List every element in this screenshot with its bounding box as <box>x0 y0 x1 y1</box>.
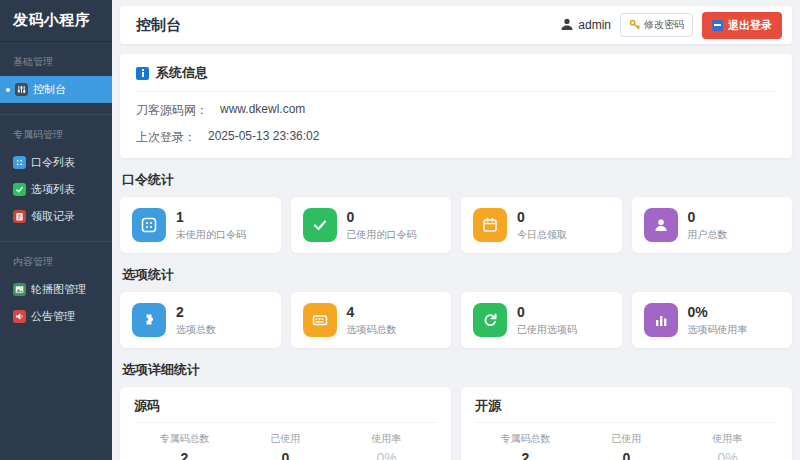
system-info-row: 上次登录： 2025-05-13 23:36:02 <box>136 129 776 146</box>
stat-value: 0 <box>688 209 728 225</box>
detail-stats-grid: 源码 专属码总数 2 已使用 0 使用率 0% 开源 <box>120 387 792 460</box>
logout-icon <box>712 20 723 31</box>
active-dot <box>6 88 10 92</box>
stat-card-usage-rate: 0% 选项码使用率 <box>632 292 793 348</box>
stat-label: 选项码总数 <box>347 323 397 337</box>
column-header: 已使用 <box>235 432 336 446</box>
stat-value: 4 <box>347 304 397 320</box>
last-login-value: 2025-05-13 23:36:02 <box>208 129 319 146</box>
logout-button[interactable]: 退出登录 <box>702 12 782 39</box>
detail-stats-title: 选项详细统计 <box>122 361 790 379</box>
column-value: 0 <box>576 450 677 460</box>
stat-card-today-claims: 0 今日总领取 <box>461 197 622 253</box>
topbar: 控制台 admin 修改密码 退出登录 <box>120 6 792 44</box>
detail-col-used: 已使用 0 <box>235 432 336 460</box>
refresh-icon <box>473 303 507 337</box>
stat-value: 0 <box>517 209 567 225</box>
sidebar-item-label: 轮播图管理 <box>31 282 86 297</box>
detail-card-source: 源码 专属码总数 2 已使用 0 使用率 0% <box>120 387 451 460</box>
bar-chart-icon <box>644 303 678 337</box>
sidebar-item-announcement[interactable]: 公告管理 <box>0 303 112 330</box>
column-value: 2 <box>134 450 235 460</box>
topbar-right: admin 修改密码 退出登录 <box>560 12 782 39</box>
detail-card-opensource: 开源 专属码总数 2 已使用 0 使用率 0% <box>461 387 792 460</box>
column-header: 已使用 <box>576 432 677 446</box>
sidebar-item-label: 口令列表 <box>31 155 75 170</box>
detail-col-total: 专属码总数 2 <box>134 432 235 460</box>
stat-label: 已使用选项码 <box>517 323 577 337</box>
detail-columns: 专属码总数 2 已使用 0 使用率 0% <box>134 432 437 460</box>
column-header: 使用率 <box>677 432 778 446</box>
sidebar-item-option-list[interactable]: 选项列表 <box>0 176 112 203</box>
main-content: 控制台 admin 修改密码 退出登录 系统信息 <box>112 0 800 460</box>
logout-label: 退出登录 <box>728 18 772 33</box>
sidebar: 发码小程序 基础管理 控制台 专属码管理 口令列表 选项列表 领取记录 内容管理… <box>0 0 112 460</box>
stat-card-used-option-codes: 0 已使用选项码 <box>461 292 622 348</box>
check-icon <box>303 208 337 242</box>
sidebar-section-codes: 专属码管理 <box>0 115 112 149</box>
password-stats-grid: 1 未使用的口令码 0 已使用的口令码 0 今日总领取 <box>120 197 792 253</box>
stat-value: 0% <box>688 304 748 320</box>
detail-col-total: 专属码总数 2 <box>475 432 576 460</box>
stat-card-total-option-codes: 4 选项码总数 <box>291 292 452 348</box>
detail-col-rate: 使用率 0% <box>336 432 437 460</box>
column-value: 0% <box>336 450 437 460</box>
site-label: 刀客源码网： <box>136 102 208 119</box>
column-header: 专属码总数 <box>134 432 235 446</box>
site-value: www.dkewl.com <box>220 102 305 119</box>
claim-record-icon <box>13 210 26 223</box>
sidebar-item-claim-record[interactable]: 领取记录 <box>0 203 112 230</box>
stat-label: 用户总数 <box>688 228 728 242</box>
user-info: admin <box>560 17 611 34</box>
stat-label: 选项码使用率 <box>688 323 748 337</box>
key-icon <box>629 19 640 32</box>
system-info-title: 系统信息 <box>156 64 208 82</box>
system-info-row: 刀客源码网： www.dkewl.com <box>136 102 776 119</box>
user-icon <box>644 208 678 242</box>
sidebar-item-console[interactable]: 控制台 <box>0 76 112 103</box>
sidebar-item-label: 公告管理 <box>31 309 75 324</box>
app-title: 发码小程序 <box>0 0 112 42</box>
keypad-icon <box>132 208 166 242</box>
stat-card-used-codes: 0 已使用的口令码 <box>291 197 452 253</box>
announcement-icon <box>13 310 26 323</box>
stat-card-unused-codes: 1 未使用的口令码 <box>120 197 281 253</box>
detail-card-name: 开源 <box>475 397 778 423</box>
info-icon <box>136 67 149 80</box>
puzzle-icon <box>132 303 166 337</box>
console-icon <box>15 83 28 96</box>
stat-label: 选项总数 <box>176 323 216 337</box>
sidebar-item-label: 选项列表 <box>31 182 75 197</box>
change-password-label: 修改密码 <box>644 18 684 32</box>
column-value: 0 <box>235 450 336 460</box>
column-value: 0% <box>677 450 778 460</box>
stat-value: 0 <box>517 304 577 320</box>
sidebar-item-carousel[interactable]: 轮播图管理 <box>0 276 112 303</box>
stat-value: 0 <box>347 209 417 225</box>
detail-columns: 专属码总数 2 已使用 0 使用率 0% <box>475 432 778 460</box>
option-stats-title: 选项统计 <box>122 266 790 284</box>
option-stats-grid: 2 选项总数 4 选项码总数 0 已使用选项码 <box>120 292 792 348</box>
sidebar-item-label: 控制台 <box>33 82 66 97</box>
system-info-header: 系统信息 <box>136 64 776 92</box>
option-list-icon <box>13 183 26 196</box>
page-title: 控制台 <box>136 16 181 35</box>
stat-label: 今日总领取 <box>517 228 567 242</box>
last-login-label: 上次登录： <box>136 129 196 146</box>
column-value: 2 <box>475 450 576 460</box>
stat-card-total-options: 2 选项总数 <box>120 292 281 348</box>
system-info-card: 系统信息 刀客源码网： www.dkewl.com 上次登录： 2025-05-… <box>120 54 792 158</box>
detail-card-name: 源码 <box>134 397 437 423</box>
stat-label: 未使用的口令码 <box>176 228 246 242</box>
calendar-icon <box>473 208 507 242</box>
keyboard-icon <box>303 303 337 337</box>
sidebar-section-basic: 基础管理 <box>0 42 112 76</box>
column-header: 使用率 <box>336 432 437 446</box>
sidebar-item-password-list[interactable]: 口令列表 <box>0 149 112 176</box>
change-password-button[interactable]: 修改密码 <box>620 13 693 37</box>
stat-value: 2 <box>176 304 216 320</box>
carousel-icon <box>13 283 26 296</box>
password-stats-title: 口令统计 <box>122 171 790 189</box>
password-list-icon <box>13 156 26 169</box>
sidebar-item-label: 领取记录 <box>31 209 75 224</box>
